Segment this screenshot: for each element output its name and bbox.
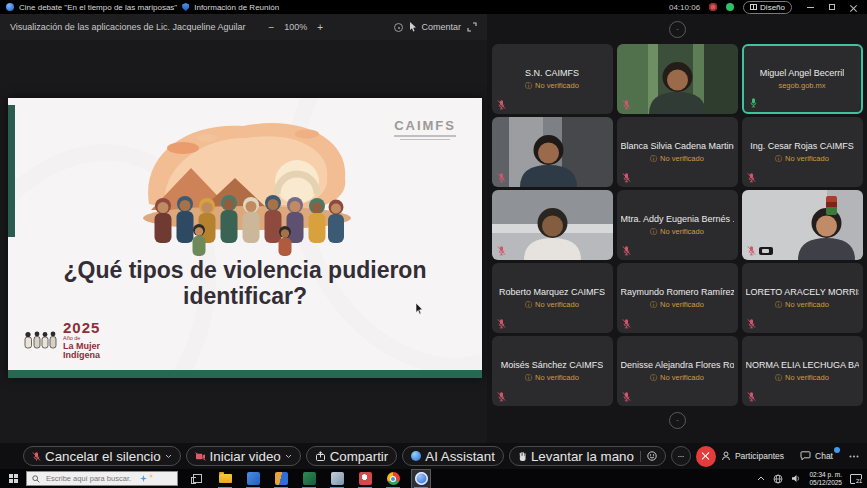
- participant-sub-text: No verificado: [785, 154, 829, 163]
- window-titlebar: Cine debate "En el tiempo de las maripos…: [0, 0, 867, 14]
- participant-tile[interactable]: Raymundo Romero Ramírez... ⓘ No verifica…: [617, 263, 738, 333]
- participant-name: Ing. Cesar Rojas CAIMFS: [750, 141, 854, 151]
- participant-sub: ⓘ No verificado: [525, 300, 579, 309]
- participant-tile[interactable]: [617, 44, 738, 114]
- participant-sub-text: No verificado: [785, 300, 829, 309]
- taskbar-search[interactable]: [26, 471, 178, 486]
- mic-icon: [497, 99, 506, 110]
- taskbar-clock[interactable]: 02:34 p. m. 05/12/2025: [809, 471, 842, 487]
- participant-tile[interactable]: Roberto Marquez CAIMFS ⓘ No verificado: [492, 263, 613, 333]
- start-video-button[interactable]: Iniciar video: [186, 446, 301, 466]
- windows-logo-icon: [9, 474, 18, 483]
- blue-app-button[interactable]: [244, 470, 262, 488]
- info-icon: ⓘ: [650, 228, 657, 235]
- reactions-smiley-icon[interactable]: [647, 451, 657, 461]
- participant-sub-text: No verificado: [535, 373, 579, 382]
- info-icon: ⓘ: [775, 301, 782, 308]
- mic-icon: [749, 97, 758, 108]
- participant-sub-text: No verificado: [660, 300, 704, 309]
- chevron-down-icon[interactable]: [165, 454, 172, 459]
- participant-tile[interactable]: S.N. CAIMFS ⓘ No verificado: [492, 44, 613, 114]
- outlook-button[interactable]: [272, 470, 290, 488]
- close-x-icon: [702, 452, 710, 460]
- participant-name: Mtra. Addy Eugenia Bernés ...: [621, 214, 734, 224]
- zoom-out-button[interactable]: −: [265, 22, 277, 33]
- chat-panel-button[interactable]: Chat: [800, 451, 833, 461]
- participant-sub: ⓘ No verificado: [775, 154, 829, 163]
- webex-taskbar-button[interactable]: [412, 470, 430, 488]
- search-input[interactable]: [44, 473, 136, 484]
- caimfs-logo: CAIMFS: [394, 118, 456, 140]
- meeting-info-button[interactable]: Información de Reunión: [194, 3, 279, 12]
- participant-silhouette: [492, 117, 609, 187]
- leave-meeting-button[interactable]: [696, 446, 716, 467]
- info-icon: ⓘ: [775, 155, 782, 162]
- preview-icon[interactable]: [394, 23, 403, 32]
- file-explorer-button[interactable]: [216, 470, 234, 488]
- slide-illustration: [135, 106, 355, 256]
- mic-icon: [497, 318, 506, 329]
- scroll-up-button[interactable]: [669, 21, 686, 38]
- mic-icon: [497, 172, 506, 183]
- search-icon: [32, 475, 40, 483]
- participant-sub-text: No verificado: [660, 373, 704, 382]
- mic-icon: [497, 245, 506, 256]
- tray-expand-button[interactable]: [757, 476, 765, 481]
- blue-app-icon: [247, 472, 260, 485]
- share-button[interactable]: Compartir: [306, 446, 398, 466]
- zoom-in-button[interactable]: +: [314, 22, 326, 33]
- participant-tile[interactable]: Ing. Cesar Rojas CAIMFS ⓘ No verificado: [742, 117, 863, 187]
- annotate-button[interactable]: Comentar: [409, 22, 461, 32]
- participant-silhouette: [617, 44, 738, 114]
- participant-tile[interactable]: Miguel Angel Becerril segob.gob.mx: [742, 44, 863, 114]
- participant-tile[interactable]: Mtra. Addy Eugenia Bernés ... ⓘ No verif…: [617, 190, 738, 260]
- notes-app-button[interactable]: [328, 470, 346, 488]
- task-view-button[interactable]: [188, 470, 206, 488]
- participants-icon: [721, 451, 731, 461]
- expand-icon[interactable]: [467, 22, 477, 32]
- chrome-icon: [387, 472, 400, 485]
- info-icon: ⓘ: [775, 374, 782, 381]
- participant-tile[interactable]: Denisse Alejandra Flores Ros... ⓘ No ver…: [617, 336, 738, 406]
- volume-icon[interactable]: [791, 474, 801, 483]
- meeting-controls: Cancelar el silencio Iniciar video Compa…: [0, 443, 867, 469]
- start-button[interactable]: [0, 469, 26, 488]
- scroll-down-button[interactable]: [669, 412, 686, 429]
- meeting-timer: 04:10:06: [669, 3, 700, 12]
- participant-sub-text: No verificado: [660, 227, 704, 236]
- participant-sub-text: No verificado: [535, 300, 579, 309]
- more-panels-button[interactable]: [849, 455, 859, 458]
- participant-name: Moisés Sánchez CAIMFS: [501, 360, 604, 370]
- participant-silhouette: [766, 190, 863, 260]
- participant-tile[interactable]: Moisés Sánchez CAIMFS ⓘ No verificado: [492, 336, 613, 406]
- network-globe-icon[interactable]: [773, 474, 783, 484]
- ai-assistant-button[interactable]: AI Assistant: [402, 446, 504, 466]
- chrome-button[interactable]: [384, 470, 402, 488]
- presentation-stage: CAIMFS: [0, 40, 487, 443]
- year-logo-figures-icon: [24, 331, 58, 349]
- participant-tile[interactable]: [492, 190, 613, 260]
- maximize-button[interactable]: [829, 4, 835, 10]
- participant-sub-text: segob.gob.mx: [778, 81, 825, 90]
- notification-center-button[interactable]: 21: [850, 474, 862, 484]
- participant-tile[interactable]: LORETO ARACELY MORRIS ... ⓘ No verificad…: [742, 263, 863, 333]
- participant-tile[interactable]: Blanca Silvia Cadena Martine... ⓘ No ver…: [617, 117, 738, 187]
- participant-tile[interactable]: [492, 117, 613, 187]
- minimize-button[interactable]: [807, 7, 814, 8]
- participant-tile[interactable]: NORMA ELIA LECHUGA BAS... ⓘ No verificad…: [742, 336, 863, 406]
- chevron-down-icon[interactable]: [285, 454, 292, 459]
- participant-sub: ⓘ No verificado: [775, 300, 829, 309]
- copilot-spark-icon: [149, 474, 153, 478]
- participant-tile[interactable]: [742, 190, 863, 260]
- chat-icon: [800, 451, 811, 461]
- mic-icon: [497, 391, 506, 402]
- paint-app-button[interactable]: [356, 470, 374, 488]
- unmute-button[interactable]: Cancelar el silencio: [23, 446, 181, 466]
- layout-button[interactable]: Diseño: [743, 1, 792, 14]
- participants-panel-button[interactable]: Participantes: [721, 451, 784, 461]
- close-button[interactable]: [850, 4, 857, 11]
- more-options-button[interactable]: [671, 446, 691, 466]
- raise-hand-button[interactable]: Levantar la mano: [509, 446, 666, 466]
- excel-button[interactable]: [300, 470, 318, 488]
- participant-name: LORETO ARACELY MORRIS ...: [746, 287, 859, 297]
